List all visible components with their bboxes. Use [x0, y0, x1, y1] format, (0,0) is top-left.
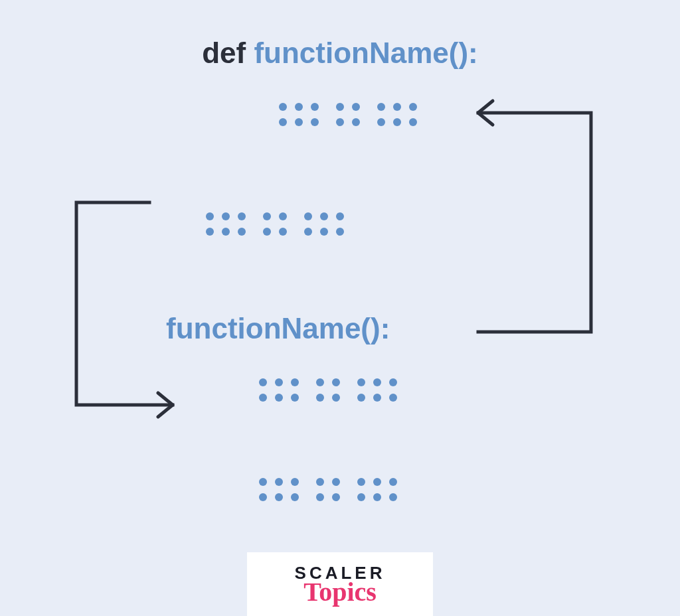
def-keyword: def [202, 37, 246, 69]
scaler-topics-logo: SCALER Topics [247, 552, 433, 616]
function-definition-line: def functionName(): [0, 37, 680, 70]
function-call-line: functionName(): [166, 312, 390, 345]
code-body-dots-1 [279, 103, 417, 126]
function-name-definition: functionName(): [254, 37, 477, 69]
recursion-arrow-right-icon [445, 93, 611, 345]
logo-line-2: Topics [303, 580, 377, 604]
code-body-dots-2 [206, 212, 344, 236]
code-body-dots-4 [259, 478, 397, 501]
function-name-call: functionName(): [166, 312, 390, 345]
control-flow-arrow-left-icon [66, 199, 199, 425]
code-body-dots-3 [259, 378, 397, 402]
